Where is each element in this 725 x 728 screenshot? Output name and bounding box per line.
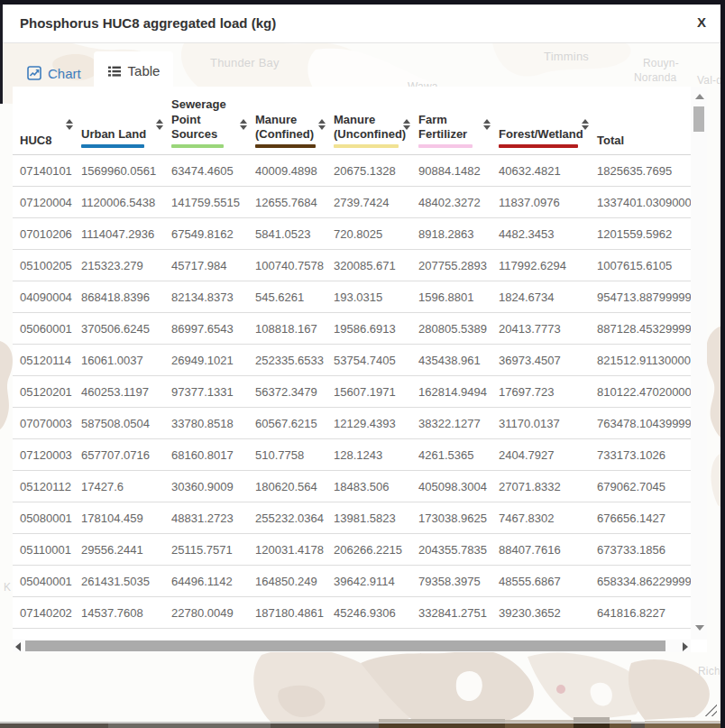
sort-icon[interactable] [240,119,247,130]
cell: 12655.7684 [248,187,326,218]
cell: 39230.3652 [491,597,590,629]
vertical-scrollbar[interactable] [691,87,707,640]
sort-icon[interactable] [156,119,163,130]
table-row: 0512011416061.003726949.1021252335.65335… [13,345,691,376]
cell-huc8: 05120114 [13,345,74,376]
cell: 108818.167 [248,313,326,345]
line-chart-icon [27,66,41,80]
cell: 733173.1026 [590,439,691,471]
column-underline [334,144,399,148]
cell-huc8: 04090004 [13,281,74,313]
column-header-sewerage-point-sources[interactable]: Sewerage Point Sources [164,87,248,155]
frame-top-edge [0,0,725,5]
cell: 460253.1197 [74,376,164,408]
cell: 1201559.5962 [590,218,691,250]
cell-huc8: 05110001 [13,534,74,566]
cell: 261431.5035 [74,566,164,597]
scroll-left-icon[interactable] [15,642,21,651]
cell: 121576.0256 [248,629,326,640]
cell: 39642.9114 [326,566,411,597]
cell: 1007615.6105 [590,250,691,281]
scroll-up-icon[interactable] [695,94,704,99]
cell: 1569960.0561 [74,155,164,187]
horizontal-scroll-thumb[interactable] [25,640,665,651]
table-row: 0512011217427.630360.9009180620.56418483… [13,471,691,502]
cell: 658334.86229999 [590,566,691,597]
cell: 178104.459 [74,502,164,534]
column-label: Urban Land [81,127,162,142]
cell-huc8: 07070003 [13,408,74,439]
cell: 15607.1971 [326,376,411,408]
scroll-down-icon[interactable] [695,625,704,631]
column-label: Manure (Confined) [255,113,325,143]
cell: 26949.1021 [164,345,248,376]
cell: 1114047.2936 [74,218,164,250]
cell: 1825635.7695 [590,155,691,187]
cell: 673733.1856 [590,534,691,566]
sort-icon[interactable] [483,119,491,130]
cell: 88407.7616 [491,534,590,566]
cell: 30360.9009 [164,471,248,502]
cell: 821512.91130000 [590,345,691,376]
horizontal-scrollbar[interactable] [13,640,691,652]
cell: 64496.1142 [164,566,248,597]
table-row: 05120201460253.119797377.133156372.34791… [13,376,691,408]
cell-huc8: 05100205 [13,250,74,281]
vertical-scroll-thumb[interactable] [693,106,704,132]
list-icon [107,64,122,78]
sort-icon[interactable] [403,119,410,130]
cell: 545.6261 [248,281,326,313]
cell: 954713.88799999 [590,281,691,313]
cell: 20413.7773 [491,313,590,345]
column-header-farm-fertilizer[interactable]: Farm Fertilizer [411,87,491,155]
column-header-manure-confined[interactable]: Manure (Confined) [248,87,326,155]
sort-icon[interactable] [66,119,73,130]
cell: 187564.7668 [411,629,491,640]
sort-icon[interactable] [318,119,326,130]
cell: 67549.8162 [164,218,248,250]
cell-huc8: 07120003 [13,439,74,471]
data-table: HUC8Urban LandSewerage Point SourcesManu… [13,87,691,640]
cell: 2404.7927 [491,439,590,471]
cell: 641816.8227 [590,597,691,629]
cell: 20675.1328 [326,155,411,187]
cell: 720.8025 [326,218,411,250]
sort-icon[interactable] [582,119,589,130]
cell: 173038.9625 [411,502,491,534]
cell: 16061.0037 [74,345,164,376]
cell: 97377.1331 [164,376,248,408]
cell: 4261.5365 [411,439,491,471]
cell: 187180.4861 [248,597,326,629]
column-header-huc8[interactable]: HUC8 [13,87,74,155]
tab-chart[interactable]: Chart [27,57,81,89]
cell: 18483.506 [326,471,411,502]
cell-huc8: 07010206 [13,218,74,250]
scroll-right-icon[interactable] [683,642,688,651]
cell: 280805.5389 [411,313,491,345]
frame-left-notch [0,5,3,104]
cell: 53754.7405 [326,345,411,376]
column-label: Sewerage Point Sources [171,97,246,142]
cell: 2739.7424 [326,187,411,218]
column-header-manure-unconfined[interactable]: Manure (Unconfined) [326,87,411,155]
column-underline [499,144,578,148]
cell: 141759.5515 [164,187,248,218]
cell: 86997.6543 [164,313,248,345]
cell: 320085.671 [326,250,411,281]
cell-huc8: 05040001 [13,566,74,597]
column-label: Total [597,134,689,148]
cell: 215323.279 [74,250,164,281]
table-row: 05040001261431.503564496.1142164850.2493… [13,566,691,597]
cell: 12129.4393 [326,408,411,439]
cell: 207755.2893 [411,250,491,281]
column-header-urban-land[interactable]: Urban Land [74,87,164,155]
tab-table[interactable]: Table [94,51,173,90]
cell: 22780.0049 [164,597,248,629]
cell: 117992.6294 [491,250,590,281]
app-screen: Thunder BayWawaTimminsRouyn-NorandaVal-d… [0,0,725,728]
cell: 82134.8373 [164,281,248,313]
column-header-forest-wetland[interactable]: Forest/Wetland [491,87,590,155]
cell: 180620.564 [248,471,326,502]
close-button[interactable]: X [697,14,706,30]
cell: 587508.0504 [74,408,164,439]
